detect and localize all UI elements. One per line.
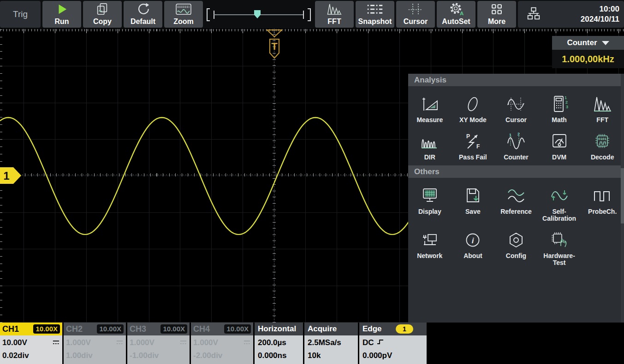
save-icon <box>463 185 482 206</box>
svg-text:F: F <box>476 143 480 150</box>
trigger-box[interactable]: Edge 1 DC 0.000pV <box>359 323 427 364</box>
svg-text:2: 2 <box>517 132 520 136</box>
svg-text:P: P <box>466 133 470 140</box>
channel-box-ch2[interactable]: CH2 10.00X 1.000V 1.00div <box>64 323 126 364</box>
autoset-button[interactable]: A AutoSet <box>437 1 475 28</box>
ch3-name: CH3 <box>130 324 146 334</box>
menu-item-label: Hardware-Test <box>539 252 580 266</box>
run-label: Run <box>54 17 69 26</box>
horizontal-position-slider[interactable] <box>206 1 312 28</box>
ch1-name: CH1 <box>2 324 19 334</box>
menu-item-label: About <box>464 252 482 259</box>
probe-check-icon <box>592 185 612 206</box>
acquire-title: Acquire <box>308 324 337 334</box>
clock-time: 10:00 <box>581 4 619 14</box>
menu-item-cursor[interactable]: Cursor <box>494 86 538 123</box>
menu-item-fft[interactable]: FFT <box>581 86 624 123</box>
menu-scrollbar[interactable] <box>621 74 624 326</box>
analysis-section-header: Analysis <box>408 74 624 86</box>
menu-item-reference[interactable]: Reference <box>494 178 538 222</box>
analysis-title: Analysis <box>414 76 446 85</box>
menu-item-display[interactable]: Display <box>408 178 452 222</box>
menu-item-decode[interactable]: 0101 Decode <box>581 123 624 161</box>
others-row-2: Network i About Config <box>408 222 624 266</box>
menu-item-label: Measure <box>416 117 443 123</box>
menu-item-network[interactable]: Network <box>408 222 452 266</box>
menu-item-label: Self-Calibration <box>539 208 580 222</box>
svg-text:0101: 0101 <box>598 137 606 141</box>
menu-item-probe-check[interactable]: ProbeCh. <box>581 178 624 222</box>
channel-box-ch3[interactable]: CH3 10.00X 1.000V -1.00div <box>127 323 190 364</box>
slider-right-bracket <box>308 8 311 21</box>
ch4-volts: 1.000V <box>193 338 218 347</box>
menu-item-dir[interactable]: DIR <box>408 123 452 161</box>
cursor-button[interactable]: Cursor <box>396 1 435 28</box>
horizontal-box[interactable]: Horizontal 200.0µs 0.000ns <box>255 323 303 364</box>
ch4-probe-badge: 10.00X <box>224 324 251 334</box>
top-toolbar: Trig Run Copy Default <box>0 0 624 29</box>
dc-coupling-icon <box>52 338 60 347</box>
hardware-test-icon <box>550 229 569 251</box>
snapshot-button[interactable]: Snapshot <box>356 1 394 28</box>
pass-fail-icon: P F <box>463 131 482 152</box>
trig-label: Trig <box>13 9 28 19</box>
autoset-icon: A <box>449 1 464 17</box>
dir-icon <box>420 131 440 152</box>
menu-item-config[interactable]: Config <box>494 222 538 266</box>
menu-item-label: Config <box>506 252 526 259</box>
menu-item-measure[interactable]: Measure <box>408 86 452 123</box>
menu-item-hardware-test[interactable]: Hardware-Test <box>538 222 581 266</box>
slider-thumb[interactable] <box>254 10 261 18</box>
cursor-icon <box>408 1 423 17</box>
menu-item-save[interactable]: Save <box>452 178 495 222</box>
menu-item-self-calibration[interactable]: Self-Calibration <box>538 178 581 222</box>
channel-box-ch4[interactable]: CH4 10.00X 1.000V -2.00div <box>191 323 253 364</box>
fft-icon <box>327 1 342 17</box>
menu-item-pass-fail[interactable]: P F Pass Fail <box>452 123 495 161</box>
ch1-volts: 10.00V <box>2 338 27 347</box>
more-button[interactable]: More <box>477 1 516 28</box>
menu-item-counter[interactable]: 1 2 Counter <box>494 123 538 161</box>
menu-item-label: Pass Fail <box>459 154 487 161</box>
ch1-marker-number: 1 <box>3 170 9 182</box>
acquire-box[interactable]: Acquire 2.5MSa/s 10k <box>304 323 358 364</box>
memory-depth-value: 10k <box>308 351 321 360</box>
default-button[interactable]: Default <box>124 1 162 28</box>
clock: 10:00 2024/10/11 <box>581 4 619 24</box>
zoom-label: Zoom <box>173 17 194 26</box>
zoom-button[interactable]: Zoom <box>164 1 203 28</box>
self-calibration-icon <box>549 185 570 206</box>
svg-text:i: i <box>472 236 475 245</box>
run-button[interactable]: Run <box>42 1 81 28</box>
ch3-probe-badge: 10.00X <box>160 324 187 334</box>
trigger-position-marker[interactable]: T <box>266 29 283 59</box>
network-icon <box>420 229 440 251</box>
analysis-row-1: Measure XY Mode Cursor <box>408 86 624 123</box>
fft-button[interactable]: FFT <box>315 1 354 28</box>
trigger-letter: T <box>271 41 278 52</box>
autoset-label: AutoSet <box>442 17 470 26</box>
counter-menu-icon: 1 2 <box>506 131 526 152</box>
others-title: Others <box>414 167 440 176</box>
channel-box-ch1[interactable]: CH1 10.00X 10.00V 0.02div <box>0 323 62 364</box>
dc-coupling-icon <box>116 338 124 347</box>
copy-button[interactable]: Copy <box>83 1 122 28</box>
counter-title: Counter <box>567 38 597 47</box>
svg-text:3: 3 <box>566 105 568 109</box>
menu-item-label: DVM <box>552 154 566 161</box>
menu-item-dvm[interactable]: DVM <box>538 123 581 161</box>
menu-item-about[interactable]: i About <box>452 222 495 266</box>
ch2-volts: 1.000V <box>66 338 91 347</box>
trig-button[interactable]: Trig <box>0 1 41 28</box>
menu-item-xy-mode[interactable]: XY Mode <box>452 86 495 123</box>
copy-icon <box>95 1 109 17</box>
ch1-level-marker[interactable]: 1 <box>0 167 22 184</box>
menu-scrollbar-thumb[interactable] <box>621 168 624 223</box>
trigger-coupling: DC <box>363 338 374 347</box>
ch4-offset: -2.00div <box>193 351 222 360</box>
dvm-icon <box>550 131 569 152</box>
menu-item-math[interactable]: 1 2 3 Math <box>538 86 581 123</box>
more-label: More <box>488 17 505 26</box>
counter-dropdown[interactable]: Counter <box>552 36 624 50</box>
cursor-label: Cursor <box>404 17 428 26</box>
